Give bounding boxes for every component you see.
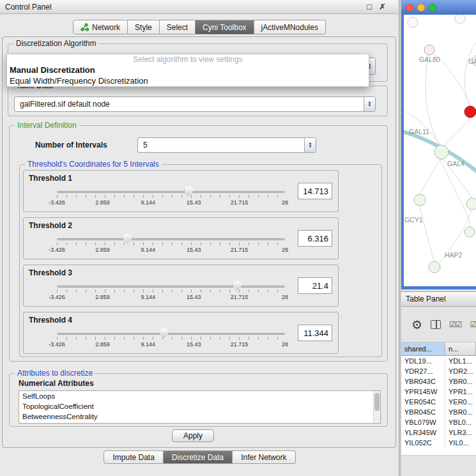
slider-tick-label: 15.43 [187, 341, 201, 348]
table-cell: YLR345W [401, 427, 445, 438]
slider-track [57, 286, 285, 288]
tab-cyni-toolbox[interactable]: Cyni Toolbox [196, 20, 254, 35]
tab-style[interactable]: Style [128, 20, 160, 35]
table-row[interactable]: YBR043CYBR0... [401, 376, 476, 387]
minimize-button-icon[interactable] [417, 4, 425, 12]
slider-tick-label: 21.715 [231, 294, 249, 300]
threshold-value-field[interactable]: 21.4 [298, 277, 332, 294]
attributes-list[interactable]: SelfLoops TopologicalCoefficient Between… [19, 390, 381, 424]
threshold-value-field[interactable]: 11.344 [298, 325, 332, 341]
dropdown-option-manual-discretization[interactable]: Manual Discretization [7, 65, 369, 75]
tab-label: Select [167, 23, 188, 32]
threshold-label: Threshold 4 [29, 316, 72, 325]
top-tab-bar: Network Style Select Cyni Toolbox jActiv… [0, 20, 399, 35]
table-row[interactable]: YDL19...YDL1... [401, 356, 476, 366]
tab-select[interactable]: Select [160, 20, 196, 35]
table-row[interactable]: YDR27...YDR2... [401, 366, 476, 376]
slider-tick-label: 21.715 [231, 199, 249, 206]
node[interactable] [466, 198, 476, 210]
threshold-value-field[interactable]: 6.316 [298, 230, 332, 247]
table-row[interactable]: YIL052CYIL0... [401, 438, 476, 448]
slider-tick-labels: -3.4262.8599.14415.4321.71528 [57, 341, 285, 349]
slider-track [57, 333, 285, 335]
list-item[interactable]: BetweennessCentrality [19, 411, 380, 422]
dropdown-option-equal-width-frequency[interactable]: Equal Width/Frequency Discretization [7, 75, 369, 86]
table-rows: YDL19...YDL1...YDR27...YDR2...YBR043CYBR… [401, 356, 476, 456]
node-gcy1[interactable] [414, 194, 426, 206]
interval-definition-group: Interval Definition Number of Intervals … [9, 125, 388, 362]
table-cell: YDL19... [401, 356, 445, 366]
apply-button[interactable]: Apply [172, 429, 214, 442]
group-title: Attributes to discretize [15, 369, 95, 378]
table-cell: YLR3... [445, 427, 476, 438]
tab-impute-data[interactable]: Impute Data [104, 450, 163, 464]
combobox-spinner-icon[interactable]: ▲ ▼ [364, 97, 375, 111]
table-cell: YBR0... [445, 376, 476, 387]
slider-tick-label: 28 [282, 247, 288, 253]
node-selected-red[interactable] [464, 106, 476, 118]
network-canvas[interactable]: GAL80 GAL11 GAL4 GCY1 HAP2 GAL [404, 15, 476, 286]
threshold-slider[interactable]: -3.4262.8599.14415.4321.71528 [57, 186, 285, 210]
slider-tick-label: 15.43 [187, 199, 201, 206]
table-cell: YER0... [445, 397, 476, 407]
table-data-combobox[interactable]: galFiltered.sif default node ▲ ▼ [14, 96, 376, 112]
tab-jactivemnodules[interactable]: jActiveMNodules [254, 20, 326, 35]
combobox-value: galFiltered.sif default node [15, 100, 364, 109]
combobox-spinner-icon[interactable]: ▲ ▼ [304, 138, 316, 152]
close-button-icon[interactable] [406, 4, 413, 12]
node[interactable] [408, 17, 418, 27]
threshold-value-field[interactable]: 14.713 [298, 183, 332, 199]
table-toolbar: ⚙ ☑☑ ☑ [401, 307, 476, 342]
table-panel-titlebar[interactable]: Table Panel [401, 291, 476, 307]
table-row[interactable]: YPR145WYPR1... [401, 387, 476, 397]
slider-tick-marks [57, 337, 285, 340]
gear-icon[interactable]: ⚙ [411, 319, 422, 331]
columns-icon[interactable] [431, 320, 441, 329]
slider-tick-label: -3.426 [49, 294, 65, 300]
slider-tick-label: -3.426 [49, 341, 65, 348]
select-columns-icon[interactable]: ☑ [470, 320, 476, 329]
list-scrollbar[interactable] [373, 391, 380, 423]
numerical-attributes-label: Numerical Attributes [19, 379, 94, 388]
table-row[interactable]: YBL079WYBL0... [401, 417, 476, 427]
table-header: shared... n... [401, 342, 476, 356]
dropdown-placeholder-item[interactable]: Select algorithm to view settings [7, 54, 369, 65]
table-row[interactable]: YER054CYER0... [401, 397, 476, 407]
table-row[interactable]: YLR345WYLR3... [401, 427, 476, 438]
control-panel-titlebar: Control Panel □ ✗ [0, 0, 399, 14]
zoom-button-icon[interactable] [429, 4, 436, 12]
float-window-icon[interactable]: □ [367, 3, 372, 11]
threshold-label: Threshold 2 [29, 221, 72, 230]
table-row[interactable]: YBR045CYBR0... [401, 407, 476, 417]
node-gal80[interactable] [424, 45, 434, 55]
table-cell: YBL0... [445, 417, 476, 427]
threshold-slider[interactable]: -3.4262.8599.14415.4321.71528 [57, 233, 285, 257]
tab-infer-network[interactable]: Infer Network [233, 450, 295, 464]
node[interactable] [455, 15, 465, 24]
node[interactable] [464, 227, 475, 237]
node-hap2[interactable] [429, 261, 440, 273]
close-window-icon[interactable]: ✗ [379, 3, 386, 11]
node-gal4[interactable] [434, 145, 449, 159]
list-item[interactable]: TopologicalCoefficient [19, 401, 380, 411]
network-nodes[interactable] [408, 15, 476, 273]
select-all-columns-icon[interactable]: ☑☑ [449, 320, 462, 329]
table-cell: YPR1... [445, 387, 476, 397]
threshold-4-panel: Threshold 4 -3.4262.8599.14415.4321.7152… [23, 312, 339, 354]
scrollbar-thumb[interactable] [374, 393, 380, 411]
threshold-1-panel: Threshold 1 -3.4262.8599.14415.4321.7152… [23, 170, 339, 212]
tab-discretize-data[interactable]: Discretize Data [164, 450, 233, 464]
table-cell: YBR0... [445, 407, 476, 417]
number-of-intervals-combobox[interactable]: 5 ▲ ▼ [137, 137, 316, 153]
tab-label: Style [135, 23, 152, 32]
column-header-name[interactable]: n... [445, 342, 476, 355]
slider-tick-label: 28 [282, 199, 288, 206]
node-label-gcy1: GCY1 [404, 216, 423, 224]
tab-network[interactable]: Network [73, 20, 128, 35]
number-of-intervals-label: Number of Intervals [35, 141, 107, 150]
table-cell: YDL1... [445, 356, 476, 366]
threshold-slider[interactable]: -3.4262.8599.14415.4321.71528 [57, 280, 285, 305]
threshold-slider[interactable]: -3.4262.8599.14415.4321.71528 [57, 328, 285, 352]
list-item[interactable]: SelfLoops [19, 391, 380, 401]
column-header-shared-name[interactable]: shared... [401, 342, 445, 355]
